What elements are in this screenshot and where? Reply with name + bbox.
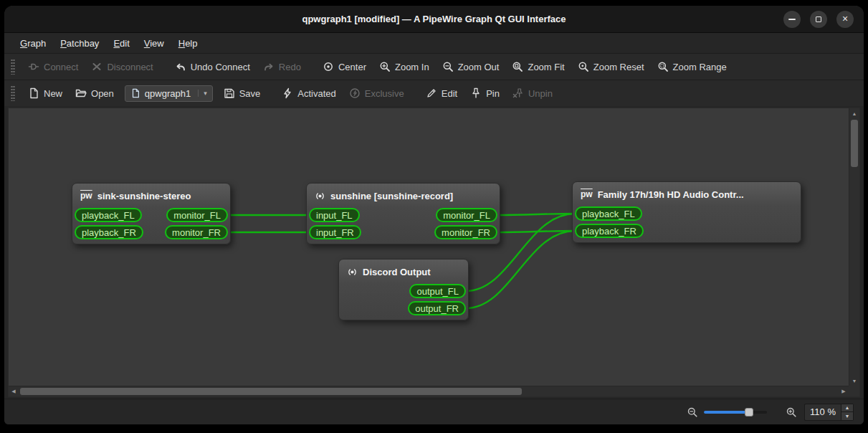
port-playback-fl[interactable]: playback_FL xyxy=(75,208,142,222)
unpin-label: Unpin xyxy=(528,88,553,99)
horizontal-scrollbar[interactable]: ◀ ▶ xyxy=(9,386,849,396)
port-monitor-fl[interactable]: monitor_FL xyxy=(436,208,497,222)
toolbar-grip[interactable] xyxy=(11,85,15,101)
zoom-fit-label: Zoom Fit xyxy=(528,62,564,72)
save-label: Save xyxy=(239,88,261,99)
center-button[interactable]: Center xyxy=(316,57,373,76)
undo-connect-button[interactable]: Undo Connect xyxy=(168,57,257,76)
horizontal-scroll-thumb[interactable] xyxy=(20,388,522,395)
menubar: Graph Patchbay Edit View Help xyxy=(4,33,864,53)
new-button[interactable]: New xyxy=(22,84,69,103)
save-button[interactable]: Save xyxy=(217,84,267,103)
titlebar[interactable]: qpwgraph1 [modified] — A PipeWire Graph … xyxy=(4,6,864,33)
pin-icon xyxy=(470,87,482,99)
close-button[interactable]: × xyxy=(836,11,854,28)
zoom-value: 110 % xyxy=(805,404,841,420)
exclusive-toggle[interactable]: Exclusive xyxy=(343,84,411,103)
port-output-fr[interactable]: output_FR xyxy=(408,301,466,315)
zoom-range-button[interactable]: Zoom Range xyxy=(651,57,733,76)
port-playback-fr[interactable]: playback_FR xyxy=(75,225,143,239)
redo-button[interactable]: Redo xyxy=(257,57,307,76)
center-label: Center xyxy=(338,62,366,72)
file-toolbar: New Open qpwgraph1 ▾ Save Ac xyxy=(4,80,864,106)
port-playback-fr[interactable]: playback_FR xyxy=(575,224,644,238)
menu-view[interactable]: View xyxy=(137,35,171,52)
pin-button[interactable]: Pin xyxy=(464,84,506,103)
scrollbar-corner xyxy=(849,386,859,396)
zoom-spinbox[interactable]: 110 % ▲ ▼ xyxy=(804,404,854,421)
zoom-fit-button[interactable]: Zoom Fit xyxy=(505,57,571,76)
graph-node-discord-output[interactable]: Discord Output output_FL output_FR xyxy=(338,259,469,320)
spin-down-button[interactable]: ▼ xyxy=(841,411,853,420)
zoom-fit-icon xyxy=(512,61,523,72)
scroll-down-arrow[interactable]: ▼ xyxy=(849,376,859,386)
activated-bolt-icon xyxy=(282,87,293,99)
graph-viewport[interactable]: pw sink-sunshine-stereo playback_FL moni… xyxy=(9,108,849,386)
toolbar-grip[interactable] xyxy=(11,59,15,75)
graph-node-family-audio-controller[interactable]: pw Family 17h/19h HD Audio Contr... play… xyxy=(572,181,801,243)
zoom-out-small-icon xyxy=(687,406,698,418)
activated-toggle[interactable]: Activated xyxy=(275,84,342,103)
undo-icon xyxy=(175,61,186,72)
menu-help[interactable]: Help xyxy=(171,35,205,52)
disconnect-button[interactable]: Disconnect xyxy=(85,57,159,76)
slider-handle[interactable] xyxy=(745,408,753,417)
zoom-out-button[interactable]: Zoom Out xyxy=(436,57,506,76)
edit-label: Edit xyxy=(442,88,457,99)
port-playback-fl[interactable]: playback_FL xyxy=(575,206,642,221)
connections-layer xyxy=(9,108,849,386)
window-controls: × xyxy=(783,6,854,32)
scroll-left-arrow[interactable]: ◀ xyxy=(9,386,19,396)
zoom-out-label: Zoom Out xyxy=(458,62,500,72)
pipewire-icon: pw xyxy=(581,190,593,199)
menu-edit[interactable]: Edit xyxy=(106,35,136,52)
window-title: qpwgraph1 [modified] — A PipeWire Graph … xyxy=(302,14,566,24)
spin-up-button[interactable]: ▲ xyxy=(841,404,853,412)
menu-patchbay[interactable]: Patchbay xyxy=(53,35,106,52)
session-combobox[interactable]: qpwgraph1 ▾ xyxy=(125,85,213,102)
scroll-up-arrow[interactable]: ▲ xyxy=(849,108,859,118)
unpin-button[interactable]: Unpin xyxy=(506,84,559,103)
graph-node-sunshine[interactable]: sunshine [sunshine-record] input_FL moni… xyxy=(306,183,500,244)
stream-icon xyxy=(315,191,325,201)
port-monitor-fr[interactable]: monitor_FR xyxy=(165,225,228,239)
save-icon xyxy=(224,87,235,99)
port-monitor-fl[interactable]: monitor_FL xyxy=(166,208,228,222)
close-icon: × xyxy=(842,14,848,24)
port-output-fl[interactable]: output_FL xyxy=(409,284,466,298)
node-title: sink-sunshine-stereo xyxy=(97,191,191,201)
connect-button[interactable]: Connect xyxy=(22,57,85,76)
port-input-fr[interactable]: input_FR xyxy=(309,225,361,239)
zoom-reset-button[interactable]: Zoom Reset xyxy=(571,57,651,76)
minimize-button[interactable] xyxy=(783,11,801,28)
connect-icon xyxy=(28,61,39,72)
minimize-icon xyxy=(788,19,796,20)
graph-node-sink-sunshine-stereo[interactable]: pw sink-sunshine-stereo playback_FL moni… xyxy=(72,183,231,244)
redo-icon xyxy=(263,61,275,72)
vertical-scroll-thumb[interactable] xyxy=(851,120,858,167)
main-toolbar: Connect Disconnect Undo Connect Redo xyxy=(4,53,864,80)
disconnect-icon xyxy=(91,61,102,72)
port-monitor-fr[interactable]: monitor_FR xyxy=(434,225,497,239)
zoom-slider[interactable] xyxy=(704,406,767,418)
disconnect-label: Disconnect xyxy=(107,62,153,72)
port-input-fl[interactable]: input_FL xyxy=(309,208,360,222)
open-button[interactable]: Open xyxy=(69,84,120,103)
open-label: Open xyxy=(91,88,114,99)
vertical-scrollbar[interactable]: ▲ ▼ xyxy=(849,108,859,386)
zoom-in-icon xyxy=(379,61,391,72)
zoom-in-label: Zoom In xyxy=(395,62,429,72)
node-header: sunshine [sunshine-record] xyxy=(309,189,497,203)
maximize-icon xyxy=(816,16,821,22)
zoom-range-icon xyxy=(657,61,669,72)
edit-button[interactable]: Edit xyxy=(419,84,464,103)
app-window: qpwgraph1 [modified] — A PipeWire Graph … xyxy=(4,6,864,424)
graph-canvas[interactable]: pw sink-sunshine-stereo playback_FL moni… xyxy=(8,108,860,397)
redo-label: Redo xyxy=(279,62,301,72)
maximize-button[interactable] xyxy=(810,11,827,28)
scroll-right-arrow[interactable]: ▶ xyxy=(839,386,849,396)
menu-graph[interactable]: Graph xyxy=(13,35,53,52)
undo-connect-label: Undo Connect xyxy=(191,62,250,72)
zoom-in-button[interactable]: Zoom In xyxy=(373,57,436,76)
node-header: pw Family 17h/19h HD Audio Contr... xyxy=(575,187,798,201)
